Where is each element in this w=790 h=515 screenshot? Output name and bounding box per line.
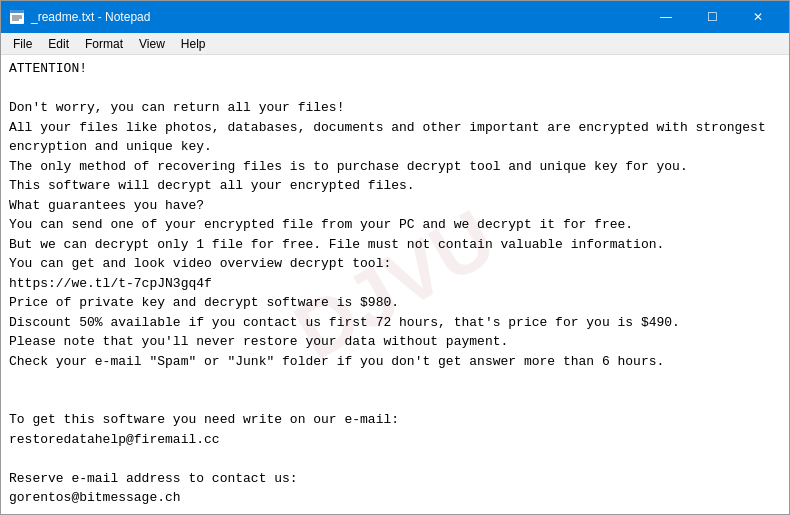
svg-rect-1 (10, 10, 24, 13)
window-title: _readme.txt - Notepad (31, 10, 643, 24)
menu-file[interactable]: File (5, 35, 40, 53)
notepad-window: _readme.txt - Notepad — ☐ ✕ File Edit Fo… (0, 0, 790, 515)
title-bar: _readme.txt - Notepad — ☐ ✕ (1, 1, 789, 33)
menu-help[interactable]: Help (173, 35, 214, 53)
maximize-button[interactable]: ☐ (689, 1, 735, 33)
minimize-button[interactable]: — (643, 1, 689, 33)
menu-view[interactable]: View (131, 35, 173, 53)
close-button[interactable]: ✕ (735, 1, 781, 33)
menu-format[interactable]: Format (77, 35, 131, 53)
menu-bar: File Edit Format View Help (1, 33, 789, 55)
text-editor-area[interactable]: DJVU ATTENTION! Don't worry, you can ret… (1, 55, 789, 514)
text-content: ATTENTION! Don't worry, you can return a… (9, 59, 781, 514)
window-icon (9, 9, 25, 25)
window-controls: — ☐ ✕ (643, 1, 781, 33)
menu-edit[interactable]: Edit (40, 35, 77, 53)
